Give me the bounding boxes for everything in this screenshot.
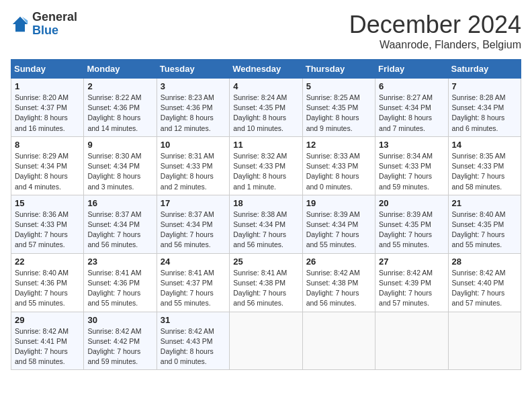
title-area: December 2024 Waanrode, Flanders, Belgiu… (349, 11, 521, 51)
calendar-cell: 3Sunrise: 8:23 AMSunset: 4:36 PMDaylight… (157, 79, 229, 137)
calendar-row: 29Sunrise: 8:42 AMSunset: 4:41 PMDayligh… (11, 312, 521, 370)
day-number: 21 (452, 198, 517, 208)
day-detail: Sunrise: 8:24 AMSunset: 4:35 PMDaylight:… (233, 93, 298, 134)
day-detail: Sunrise: 8:28 AMSunset: 4:34 PMDaylight:… (452, 93, 517, 134)
day-detail: Sunrise: 8:20 AMSunset: 4:37 PMDaylight:… (15, 93, 80, 134)
day-number: 28 (452, 257, 517, 267)
col-saturday: Saturday (448, 60, 521, 79)
calendar-cell: 31Sunrise: 8:42 AMSunset: 4:43 PMDayligh… (157, 312, 229, 370)
col-wednesday: Wednesday (230, 60, 302, 79)
day-detail: Sunrise: 8:35 AMSunset: 4:33 PMDaylight:… (452, 151, 517, 192)
calendar-cell (375, 312, 448, 370)
day-detail: Sunrise: 8:25 AMSunset: 4:35 PMDaylight:… (306, 93, 371, 134)
calendar-cell: 23Sunrise: 8:41 AMSunset: 4:36 PMDayligh… (84, 253, 157, 312)
day-number: 18 (233, 198, 298, 208)
day-detail: Sunrise: 8:22 AMSunset: 4:36 PMDaylight:… (87, 93, 152, 134)
day-number: 17 (161, 198, 226, 208)
day-number: 16 (87, 198, 152, 208)
logo-general: General (32, 10, 77, 24)
day-number: 10 (161, 140, 226, 150)
day-detail: Sunrise: 8:40 AMSunset: 4:35 PMDaylight:… (452, 210, 517, 250)
calendar-cell: 22Sunrise: 8:40 AMSunset: 4:36 PMDayligh… (11, 253, 84, 312)
calendar-row: 22Sunrise: 8:40 AMSunset: 4:36 PMDayligh… (11, 253, 521, 312)
page-header: General Blue December 2024 Waanrode, Fla… (11, 11, 521, 51)
day-detail: Sunrise: 8:42 AMSunset: 4:41 PMDaylight:… (15, 326, 80, 367)
day-detail: Sunrise: 8:41 AMSunset: 4:37 PMDaylight:… (161, 268, 226, 309)
calendar-cell: 30Sunrise: 8:42 AMSunset: 4:42 PMDayligh… (84, 312, 157, 370)
calendar-cell: 13Sunrise: 8:34 AMSunset: 4:33 PMDayligh… (375, 136, 448, 195)
day-number: 25 (233, 257, 298, 267)
day-number: 19 (306, 198, 371, 208)
day-number: 29 (15, 315, 80, 325)
calendar-cell: 6Sunrise: 8:27 AMSunset: 4:34 PMDaylight… (375, 79, 448, 137)
day-detail: Sunrise: 8:34 AMSunset: 4:33 PMDaylight:… (379, 151, 444, 192)
day-number: 7 (452, 81, 517, 91)
day-detail: Sunrise: 8:33 AMSunset: 4:33 PMDaylight:… (306, 151, 371, 192)
day-number: 2 (87, 81, 152, 91)
calendar-cell: 10Sunrise: 8:31 AMSunset: 4:33 PMDayligh… (157, 136, 229, 195)
day-detail: Sunrise: 8:27 AMSunset: 4:34 PMDaylight:… (379, 93, 444, 134)
day-detail: Sunrise: 8:36 AMSunset: 4:33 PMDaylight:… (15, 210, 80, 250)
month-title: December 2024 (349, 11, 521, 39)
day-detail: Sunrise: 8:32 AMSunset: 4:33 PMDaylight:… (233, 151, 298, 192)
day-number: 13 (379, 140, 444, 150)
day-detail: Sunrise: 8:42 AMSunset: 4:38 PMDaylight:… (306, 268, 371, 309)
calendar-table: Sunday Monday Tuesday Wednesday Thursday… (11, 59, 521, 370)
calendar-cell: 28Sunrise: 8:42 AMSunset: 4:40 PMDayligh… (448, 253, 521, 312)
calendar-cell: 17Sunrise: 8:37 AMSunset: 4:34 PMDayligh… (157, 195, 229, 253)
logo: General Blue (11, 11, 77, 38)
calendar-cell: 12Sunrise: 8:33 AMSunset: 4:33 PMDayligh… (302, 136, 375, 195)
location-title: Waanrode, Flanders, Belgium (349, 39, 521, 51)
day-detail: Sunrise: 8:39 AMSunset: 4:34 PMDaylight:… (306, 210, 371, 250)
logo-blue: Blue (32, 24, 58, 37)
calendar-cell: 7Sunrise: 8:28 AMSunset: 4:34 PMDaylight… (448, 79, 521, 137)
calendar-cell: 4Sunrise: 8:24 AMSunset: 4:35 PMDaylight… (230, 79, 302, 137)
logo-text: General Blue (32, 11, 77, 38)
calendar-cell: 20Sunrise: 8:39 AMSunset: 4:35 PMDayligh… (375, 195, 448, 253)
calendar-cell: 24Sunrise: 8:41 AMSunset: 4:37 PMDayligh… (157, 253, 229, 312)
calendar-cell: 1Sunrise: 8:20 AMSunset: 4:37 PMDaylight… (11, 79, 84, 137)
day-detail: Sunrise: 8:42 AMSunset: 4:42 PMDaylight:… (87, 326, 152, 367)
calendar-cell: 15Sunrise: 8:36 AMSunset: 4:33 PMDayligh… (11, 195, 84, 253)
day-number: 5 (306, 81, 371, 91)
day-number: 6 (379, 81, 444, 91)
day-number: 22 (15, 257, 80, 267)
col-sunday: Sunday (11, 60, 84, 79)
col-monday: Monday (84, 60, 157, 79)
day-detail: Sunrise: 8:42 AMSunset: 4:40 PMDaylight:… (452, 268, 517, 309)
calendar-cell: 5Sunrise: 8:25 AMSunset: 4:35 PMDaylight… (302, 79, 375, 137)
day-number: 23 (87, 257, 152, 267)
day-number: 20 (379, 198, 444, 208)
day-number: 11 (233, 140, 298, 150)
calendar-body: 1Sunrise: 8:20 AMSunset: 4:37 PMDaylight… (11, 79, 521, 370)
col-friday: Friday (375, 60, 448, 79)
calendar-row: 1Sunrise: 8:20 AMSunset: 4:37 PMDaylight… (11, 79, 521, 137)
calendar-cell: 19Sunrise: 8:39 AMSunset: 4:34 PMDayligh… (302, 195, 375, 253)
calendar-cell: 29Sunrise: 8:42 AMSunset: 4:41 PMDayligh… (11, 312, 84, 370)
calendar-cell (448, 312, 521, 370)
day-number: 8 (15, 140, 80, 150)
day-detail: Sunrise: 8:40 AMSunset: 4:36 PMDaylight:… (15, 268, 80, 309)
day-number: 24 (161, 257, 226, 267)
calendar-cell: 18Sunrise: 8:38 AMSunset: 4:34 PMDayligh… (230, 195, 302, 253)
day-detail: Sunrise: 8:23 AMSunset: 4:36 PMDaylight:… (161, 93, 226, 134)
calendar-cell: 26Sunrise: 8:42 AMSunset: 4:38 PMDayligh… (302, 253, 375, 312)
day-detail: Sunrise: 8:42 AMSunset: 4:43 PMDaylight:… (161, 326, 226, 367)
logo-icon (11, 15, 30, 34)
calendar-cell: 16Sunrise: 8:37 AMSunset: 4:34 PMDayligh… (84, 195, 157, 253)
day-detail: Sunrise: 8:38 AMSunset: 4:34 PMDaylight:… (233, 210, 298, 250)
day-number: 14 (452, 140, 517, 150)
day-detail: Sunrise: 8:37 AMSunset: 4:34 PMDaylight:… (87, 210, 152, 250)
calendar-cell: 27Sunrise: 8:42 AMSunset: 4:39 PMDayligh… (375, 253, 448, 312)
day-detail: Sunrise: 8:41 AMSunset: 4:38 PMDaylight:… (233, 268, 298, 309)
col-thursday: Thursday (302, 60, 375, 79)
day-detail: Sunrise: 8:41 AMSunset: 4:36 PMDaylight:… (87, 268, 152, 309)
day-number: 31 (161, 315, 226, 325)
calendar-cell: 25Sunrise: 8:41 AMSunset: 4:38 PMDayligh… (230, 253, 302, 312)
svg-marker-0 (13, 17, 28, 32)
calendar-cell (230, 312, 302, 370)
day-number: 30 (87, 315, 152, 325)
calendar-cell (302, 312, 375, 370)
col-tuesday: Tuesday (157, 60, 229, 79)
day-number: 1 (15, 81, 80, 91)
